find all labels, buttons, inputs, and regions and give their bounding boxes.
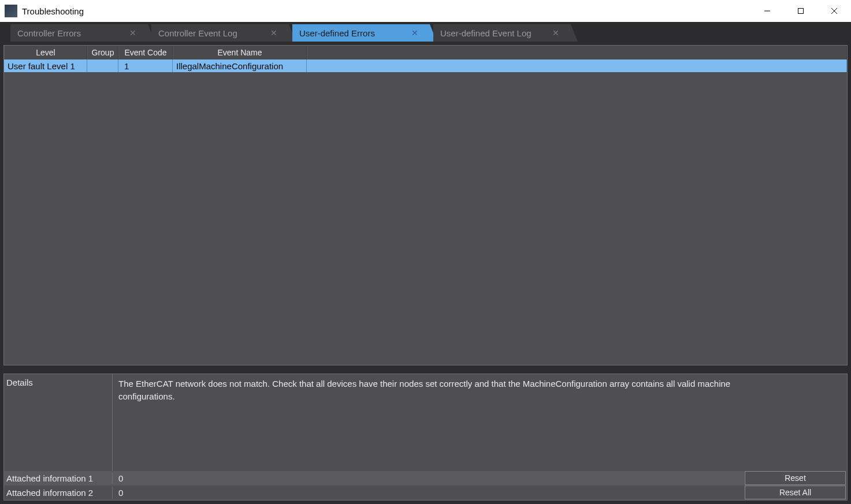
attached-info-1-value: 0 — [113, 472, 744, 484]
tab-close-icon[interactable]: ✕ — [128, 28, 138, 38]
attached-info-1-row: Attached information 1 0 — [4, 471, 744, 486]
reset-all-button[interactable]: Reset All — [745, 486, 846, 499]
tab-label: Controller Event Log — [158, 28, 265, 38]
button-column: Reset Reset All — [744, 374, 847, 500]
minimize-icon — [764, 8, 771, 14]
header-group[interactable]: Group — [87, 46, 118, 59]
attached-info-2-label: Attached information 2 — [4, 487, 113, 499]
header-event-name[interactable]: Event Name — [173, 46, 307, 59]
titlebar: Troubleshooting — [0, 0, 851, 22]
tabstrip: Controller Errors ✕ Controller Event Log… — [0, 22, 851, 42]
tab-user-defined-errors[interactable]: User-defined Errors ✕ — [292, 24, 437, 42]
details-label: Details — [4, 374, 113, 471]
tab-close-icon[interactable]: ✕ — [551, 28, 560, 38]
maximize-button[interactable] — [784, 0, 817, 22]
close-icon — [831, 8, 838, 14]
app-body: Controller Errors ✕ Controller Event Log… — [0, 22, 851, 504]
tab-close-icon[interactable]: ✕ — [269, 28, 278, 38]
cell-level: User fault Level 1 — [4, 59, 87, 72]
window-title: Troubleshooting — [22, 6, 750, 16]
app-icon — [5, 5, 17, 17]
tab-label: User-defined Event Log — [440, 28, 547, 38]
cell-event-code: 1 — [118, 59, 173, 72]
header-event-code[interactable]: Event Code — [118, 46, 173, 59]
horizontal-splitter[interactable] — [3, 365, 848, 374]
cell-event-name: IllegalMachineConfiguration — [173, 59, 307, 72]
maximize-icon — [797, 8, 804, 14]
tab-controller-event-log[interactable]: Controller Event Log ✕ — [151, 24, 296, 42]
details-text: The EtherCAT network does not match. Che… — [113, 374, 744, 471]
error-table: Level Group Event Code Event Name User f… — [3, 45, 848, 365]
table-row[interactable]: User fault Level 1 1 IllegalMachineConfi… — [4, 59, 847, 72]
cell-group — [87, 59, 118, 72]
reset-button[interactable]: Reset — [745, 471, 846, 485]
attached-info-2-value: 0 — [113, 487, 744, 499]
close-button[interactable] — [817, 0, 851, 22]
svg-rect-1 — [798, 9, 804, 14]
content-area: Level Group Event Code Event Name User f… — [0, 42, 851, 504]
table-header-row: Level Group Event Code Event Name — [4, 46, 847, 59]
tab-label: User-defined Errors — [299, 28, 406, 38]
tab-label: Controller Errors — [17, 28, 124, 38]
details-panel: Details The EtherCAT network does not ma… — [3, 374, 848, 501]
header-level[interactable]: Level — [4, 46, 87, 59]
window-controls — [750, 0, 851, 22]
cell-spacer — [307, 59, 847, 72]
minimize-button[interactable] — [750, 0, 784, 22]
tab-close-icon[interactable]: ✕ — [410, 28, 419, 38]
tab-user-defined-event-log[interactable]: User-defined Event Log ✕ — [433, 24, 578, 42]
attached-info-1-label: Attached information 1 — [4, 472, 113, 484]
tab-controller-errors[interactable]: Controller Errors ✕ — [10, 24, 155, 42]
table-body[interactable]: User fault Level 1 1 IllegalMachineConfi… — [4, 59, 847, 365]
attached-info-2-row: Attached information 2 0 — [4, 486, 744, 500]
header-spacer — [307, 46, 847, 59]
